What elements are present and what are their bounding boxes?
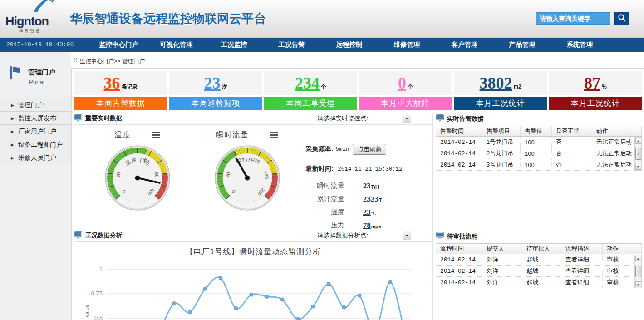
reading-unit: T/H [371, 184, 379, 190]
stat-unit: 次 [222, 83, 227, 91]
select-value [371, 114, 403, 123]
monitor-point-select[interactable]: ▼ [371, 114, 411, 123]
sidebar-item[interactable]: ▶设备工程师门户 [0, 138, 71, 151]
search-input[interactable] [536, 12, 610, 25]
chevron-down-icon: ▼ [403, 231, 411, 240]
select-value [371, 231, 403, 240]
chart-menu-icon[interactable] [270, 132, 278, 138]
svg-text:0.5: 0.5 [94, 315, 103, 320]
table-cell: 刘洋 [482, 277, 522, 288]
search-button[interactable] [614, 12, 629, 25]
nav-item[interactable]: 产品管理 [493, 40, 551, 49]
table-cell: 3号龙门吊 [482, 159, 521, 170]
action-link[interactable]: 审核 [603, 254, 634, 265]
nav-item[interactable]: 远程控制 [320, 40, 378, 49]
sidebar: 管理门户 Portal ▶管理门户▶监控大屏发布▶厂家用户门户▶设备工程师门户▶… [0, 52, 71, 320]
reading-unit: ℃ [371, 211, 377, 216]
logo-subtext: 华辰智通 [19, 28, 60, 34]
table-cell: 赵城 [522, 277, 561, 288]
stat-value: 23 [204, 75, 221, 91]
line-chart-title: 【电厂1号线】瞬时流量动态监测分析 [74, 246, 432, 257]
sidebar-item[interactable]: ▶维修人员门户 [0, 151, 71, 164]
svg-text:value: value [84, 304, 90, 317]
scroll-thumb[interactable]: ≡ [635, 266, 641, 277]
column-header: 告警时间 [436, 126, 482, 136]
stat-card[interactable]: 3802m2本月工况统计 [454, 71, 547, 110]
scroll-up-icon[interactable]: ▲ [635, 256, 641, 261]
nav-item[interactable]: 工况告警 [263, 40, 320, 49]
stat-value: 3802 [480, 75, 512, 91]
stat-card[interactable]: 36条记录本周告警数据 [74, 71, 167, 110]
scrollbar[interactable]: ▲ ≡ ▼ [634, 255, 642, 288]
table-cell: 无法正常启动 [592, 148, 634, 159]
table-cell: 2014-02-14 [436, 137, 482, 148]
sidebar-item[interactable]: ▶管理门户 [0, 98, 71, 112]
breadcrumb-text: 监控中心门户>> 管理门户 [80, 58, 145, 65]
table-cell: 赵城 [522, 266, 561, 276]
arrow-right-icon: ▶ [11, 116, 14, 121]
action-link[interactable]: 审核 [603, 277, 634, 288]
column-header: 是否正常 [552, 126, 592, 136]
stat-card-value-area: 23次 [169, 71, 262, 95]
scroll-thumb[interactable]: ≡ [635, 148, 641, 160]
table-cell: 否 [552, 159, 592, 170]
chevron-down-icon: ▼ [403, 114, 411, 123]
reading-row: 瞬时流量23T/H [306, 179, 407, 192]
action-link[interactable]: 审核 [603, 266, 634, 276]
column-header: 告警值 [521, 126, 552, 136]
chart-menu-icon[interactable] [152, 132, 160, 138]
table-cell: 无法正常启动 [592, 159, 634, 170]
page-title: 华辰智通设备远程监控物联网云平台 [70, 10, 266, 27]
arrow-right-icon: ▶ [11, 156, 14, 160]
table-cell: 否 [552, 148, 592, 159]
stat-card-value-area: 0个 [359, 71, 452, 95]
stat-card-value-area: 234个 [264, 71, 357, 95]
nav-item[interactable]: 系统管理 [551, 40, 609, 49]
sidebar-item[interactable]: ▶厂家用户门户 [0, 125, 71, 138]
table-row: 2014-02-142号龙门吊100否无法正常启动 [436, 148, 634, 159]
nav-item[interactable]: 维修管理 [378, 40, 436, 49]
analysis-section-header: 工况数据分析 请选择数据分析点: ▼ [74, 230, 432, 242]
scrollbar[interactable]: ▲ ≡ ▼ [634, 137, 642, 171]
sidebar-menu: ▶管理门户▶监控大屏发布▶厂家用户门户▶设备工程师门户▶维修人员门户 [0, 98, 71, 164]
table-body: 2014-02-14刘洋赵城查看详细审核2014-02-14刘洋赵城查看详细审核… [436, 254, 634, 288]
stat-value: 234 [295, 75, 320, 91]
stat-unit: m2 [514, 84, 521, 90]
monitor-icon [74, 231, 82, 240]
action-link[interactable]: 查看详细 [561, 266, 603, 276]
sidebar-item[interactable]: ▶监控大屏发布 [0, 112, 71, 125]
analysis-point-label: 请选择数据分析点: [317, 231, 368, 240]
nav-item[interactable]: 工况监控 [205, 40, 263, 49]
nav-item[interactable]: 可视化管理 [147, 40, 205, 49]
action-link[interactable]: 查看详细 [561, 254, 603, 265]
scroll-down-icon[interactable]: ▼ [635, 164, 641, 170]
stat-card[interactable]: 87%本月工况统计 [549, 71, 642, 110]
stat-card[interactable]: 0个本月重大故障 [359, 71, 452, 110]
nav-item[interactable]: 客户管理 [436, 40, 493, 49]
breadcrumb-icon [74, 58, 77, 65]
table-header: 告警时间告警项目告警值是否正常动作 [436, 126, 642, 137]
nav-item[interactable]: 监控中心门户 [90, 40, 147, 49]
stat-card[interactable]: 23次本周巡检漏项 [169, 71, 262, 110]
flow-line-chart: 10.750.5value [74, 259, 432, 320]
scroll-down-icon[interactable]: ▼ [635, 281, 641, 287]
table-cell: 无法正常启动 [592, 137, 634, 148]
arrow-right-icon: ▶ [11, 103, 14, 108]
search-icon [618, 14, 626, 23]
temperature-gauge: 0206080100温度 (℃) [103, 144, 172, 212]
action-link[interactable]: 查看详细 [561, 277, 603, 288]
gauge-title: 瞬时流量 [216, 130, 249, 140]
stat-card[interactable]: 234个本周工单受理 [264, 71, 357, 110]
stat-unit: % [602, 84, 607, 90]
refresh-button[interactable]: 点击刷新 [353, 144, 386, 155]
table-cell: 2014-02-14 [436, 159, 482, 170]
table-row: 2014-02-14刘洋赵城查看详细审核 [436, 254, 634, 266]
scroll-up-icon[interactable]: ▲ [635, 138, 641, 144]
table-cell: 刘洋 [482, 254, 522, 265]
portal-subtitle: Portal [29, 79, 55, 85]
stat-value: 36 [104, 75, 120, 91]
logo-text: Hignton [5, 15, 60, 28]
gauges-row: 温度 0206080100温度 (℃) 瞬时流量 04080120160200T… [74, 125, 432, 227]
analysis-point-select[interactable]: ▼ [371, 231, 411, 240]
stat-label-bar: 本月工况统计 [454, 97, 547, 110]
